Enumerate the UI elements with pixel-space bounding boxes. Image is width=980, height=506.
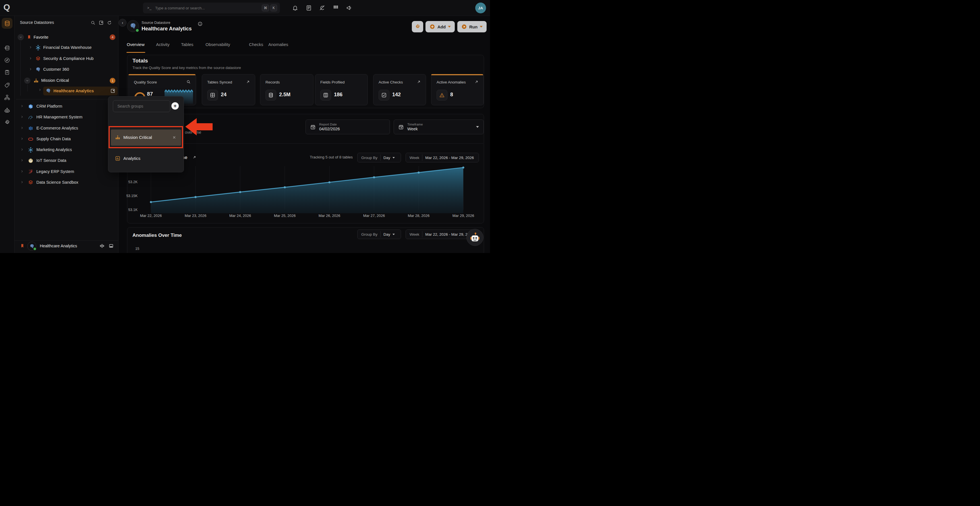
rename-icon[interactable] — [99, 243, 105, 249]
assistant-robot-button[interactable] — [466, 229, 484, 246]
page-title: Healthcare Analytics — [142, 26, 192, 32]
app-logo[interactable]: Q — [3, 2, 13, 13]
panel-bottom-icon[interactable] — [108, 243, 114, 249]
chevron-right-icon[interactable] — [20, 159, 24, 162]
chevron-right-icon[interactable] — [20, 180, 24, 184]
chevron-down-icon — [393, 157, 395, 159]
rail-item-assistant[interactable] — [4, 107, 10, 114]
terminal-prompt-icon: >_ — [147, 6, 152, 10]
metric-card-fields-profiled[interactable]: Fields Profiled186 — [315, 74, 368, 105]
favorite-group-label[interactable]: Favorite — [33, 35, 48, 40]
group-search-input[interactable] — [117, 104, 166, 109]
metric-card-records[interactable]: Records2.5M — [260, 74, 313, 105]
apps-grid-icon[interactable] — [332, 5, 339, 11]
sidebar-item[interactable]: HR Management System — [37, 115, 83, 119]
external-link-icon[interactable] — [246, 80, 250, 84]
sidebar-item[interactable]: Marketing Analytics — [37, 148, 72, 152]
tab-tables[interactable]: Tables — [181, 42, 193, 47]
megaphone-icon[interactable] — [346, 5, 352, 11]
external-link-icon[interactable] — [192, 155, 196, 159]
report-date-field[interactable]: Report Date 04/02/2026 — [305, 119, 390, 134]
settings-button[interactable] — [412, 21, 423, 32]
sidebar-item[interactable]: CRM Platform — [37, 104, 62, 108]
favorite-expand-button[interactable] — [18, 34, 24, 40]
info-icon[interactable] — [197, 21, 203, 26]
sidebar-item[interactable]: Legacy ERP System — [37, 169, 74, 174]
sidebar-item[interactable]: IoT Sensor Data — [37, 158, 66, 163]
search-icon[interactable] — [91, 20, 95, 25]
group-expand-button[interactable] — [24, 78, 30, 84]
rail-item-enrichment-datastores[interactable] — [4, 45, 10, 51]
chevron-right-icon[interactable] — [20, 126, 24, 130]
search-input[interactable] — [154, 6, 262, 11]
external-link-icon[interactable] — [417, 80, 421, 84]
rail-item-checks[interactable] — [4, 69, 10, 75]
command-search[interactable]: >_ ⌘ K — [143, 3, 280, 13]
rail-item-source-datastores[interactable] — [2, 18, 13, 29]
refresh-icon[interactable] — [107, 20, 112, 25]
annotation-highlight-box — [108, 126, 183, 148]
volume-group-by-select[interactable]: Group By Day — [357, 153, 401, 162]
card-value: 8 — [450, 92, 453, 98]
footer-bookmark-icon[interactable] — [20, 243, 25, 248]
external-link-icon[interactable] — [474, 80, 479, 84]
sidebar-item[interactable]: Supply Chain Data — [37, 136, 71, 141]
volume-week-range[interactable]: Week Mar 22, 2026 - Mar 29, 2026 — [406, 153, 479, 162]
metric-card-tables-synced[interactable]: Tables Synced24 — [202, 74, 255, 105]
chevron-right-icon[interactable] — [38, 88, 42, 92]
tab-activity[interactable]: Activity — [156, 42, 170, 47]
card-label: Records — [266, 80, 280, 84]
report-date-value: 04/02/2026 — [319, 126, 340, 132]
datastore-icon-mysql — [28, 114, 33, 120]
chevron-right-icon[interactable] — [29, 67, 32, 71]
datastore-icon-oracle — [28, 136, 33, 142]
popup-group-analytics[interactable]: Analytics — [111, 152, 181, 165]
metric-card-active-checks[interactable]: Active Checks142 — [373, 74, 426, 105]
sidebar-item[interactable]: E-Commerce Analytics — [37, 126, 78, 130]
chevron-right-icon[interactable] — [20, 104, 24, 108]
bell-icon[interactable] — [292, 5, 298, 11]
search-icon[interactable] — [186, 79, 191, 84]
sidebar: Source Datastores Favorite4Financial Dat… — [14, 16, 119, 253]
avatar[interactable]: JA — [475, 3, 486, 13]
chevron-right-icon[interactable] — [20, 137, 24, 141]
chevron-right-icon[interactable] — [29, 46, 32, 49]
chevron-right-icon[interactable] — [20, 170, 24, 173]
chart-square-icon — [115, 155, 121, 161]
rail-item-explore[interactable] — [4, 57, 10, 63]
run-button[interactable]: Run — [457, 21, 487, 32]
sidebar-group-mission-critical[interactable]: Mission Critical — [41, 78, 69, 82]
rail-item-lineage[interactable] — [4, 94, 10, 100]
rail-item-tags[interactable] — [4, 82, 10, 88]
x-axis-tick: Mar 29, 2026 — [448, 214, 479, 218]
footer-datastore-label[interactable]: Healthcare Analytics — [40, 244, 77, 248]
sidebar-item[interactable]: Customer 360 — [43, 67, 69, 71]
group-search-field[interactable] — [113, 100, 170, 112]
chevron-right-icon[interactable] — [20, 115, 24, 119]
tab-anomalies[interactable]: Anomalies — [268, 42, 288, 47]
tab-observability[interactable]: Observability — [205, 42, 230, 47]
rail-item-settings[interactable] — [4, 119, 10, 125]
bookmark-toggle-icon[interactable] — [110, 88, 115, 94]
add-button[interactable]: Add — [425, 21, 455, 32]
sidebar-item[interactable]: Security & Compliance Hub — [43, 56, 94, 61]
theme-toggle-icon[interactable] — [319, 5, 325, 11]
metric-card-active-anomalies[interactable]: Active Anomalies8 — [431, 74, 484, 105]
group-podium-icon — [33, 78, 39, 84]
chevron-right-icon[interactable] — [29, 57, 32, 60]
add-group-button[interactable]: + — [172, 102, 179, 109]
card-value: 142 — [392, 92, 401, 98]
tab-checks[interactable]: Checks — [249, 42, 263, 47]
timeframe-select[interactable]: Timeframe Week — [394, 119, 484, 134]
tab-overview[interactable]: Overview — [127, 42, 145, 47]
sidebar-item[interactable]: Data Science Sandbox — [37, 180, 78, 184]
sidebar-item-healthcare-analytics-selected[interactable]: Healthcare Analytics — [43, 87, 118, 95]
x-axis-tick: Mar 24, 2026 — [224, 214, 256, 218]
bookmark-panel-icon[interactable] — [99, 20, 104, 25]
anomalies-group-by-select[interactable]: Group By Day — [357, 230, 401, 239]
collapse-sidebar-button[interactable]: ‹ — [119, 19, 126, 27]
sidebar-item[interactable]: Financial Data Warehouse — [43, 45, 92, 50]
card-label: Fields Profiled — [320, 80, 345, 84]
news-icon[interactable] — [305, 5, 312, 11]
chevron-right-icon[interactable] — [20, 148, 24, 151]
